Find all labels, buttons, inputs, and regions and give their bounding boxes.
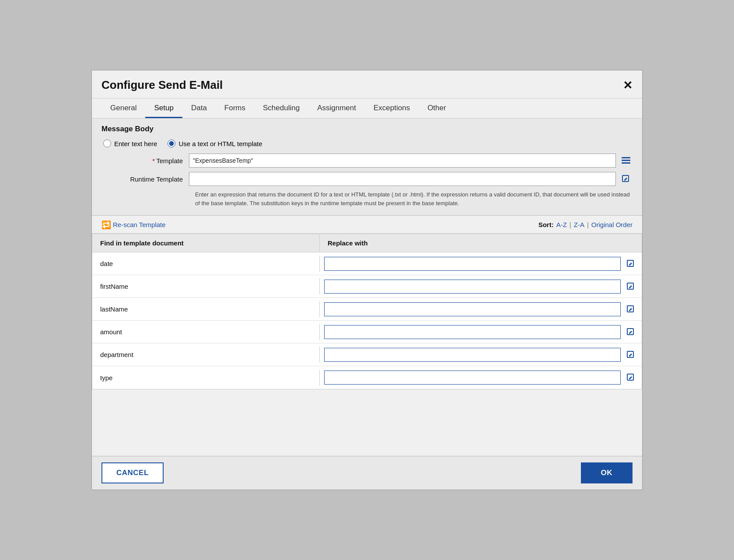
sort-label: Sort: <box>538 221 554 228</box>
radio-enter-text[interactable]: Enter text here <box>103 140 157 147</box>
find-cell-2: lastName <box>92 301 320 317</box>
find-cell-0: date <box>92 256 320 272</box>
table-row: amount <box>92 321 642 343</box>
required-star: * <box>152 157 155 164</box>
dialog-content: Message Body Enter text here Use a text … <box>92 119 642 456</box>
dialog-footer: CANCEL OK <box>92 456 642 490</box>
rescan-template-button[interactable]: 🔁 Re-scan Template <box>101 220 166 229</box>
table-row: firstName <box>92 275 642 298</box>
tab-bar: General Setup Data Forms Scheduling Assi… <box>92 98 642 119</box>
table-row: lastName <box>92 298 642 321</box>
rescan-icon: 🔁 <box>101 220 110 229</box>
svg-rect-0 <box>622 157 630 158</box>
replace-cell-0 <box>320 254 642 273</box>
replace-input-0[interactable] <box>324 257 621 271</box>
ok-button[interactable]: OK <box>581 462 633 483</box>
replace-cell-5 <box>320 368 642 387</box>
radio-use-template[interactable]: Use a text or HTML template <box>168 140 262 147</box>
tab-assignment[interactable]: Assignment <box>308 98 365 118</box>
replace-input-2[interactable] <box>324 302 621 316</box>
replace-input-5[interactable] <box>324 371 621 385</box>
template-list-button[interactable] <box>619 154 633 167</box>
replace-input-3[interactable] <box>324 325 621 339</box>
tab-forms[interactable]: Forms <box>216 98 254 118</box>
radio-enter-text-input[interactable] <box>103 140 111 147</box>
replace-edit-button-5[interactable] <box>624 371 637 384</box>
configure-send-email-dialog: Configure Send E-Mail ✕ General Setup Da… <box>91 70 643 490</box>
table-header: Find in template document Replace with <box>92 234 642 252</box>
runtime-template-edit-button[interactable] <box>619 172 633 186</box>
find-cell-3: amount <box>92 324 320 340</box>
tab-exceptions[interactable]: Exceptions <box>365 98 419 118</box>
find-cell-5: type <box>92 370 320 386</box>
close-button[interactable]: ✕ <box>623 80 633 91</box>
message-body-section: Message Body Enter text here Use a text … <box>92 119 642 216</box>
template-input[interactable] <box>189 154 616 168</box>
runtime-template-input[interactable] <box>189 172 616 186</box>
tab-scheduling[interactable]: Scheduling <box>254 98 308 118</box>
sort-sep-1: | <box>570 221 571 228</box>
table-row: department <box>92 343 642 366</box>
radio-use-template-label: Use a text or HTML template <box>178 140 262 147</box>
svg-rect-1 <box>622 160 630 161</box>
col-header-find: Find in template document <box>92 234 320 252</box>
tab-other[interactable]: Other <box>419 98 455 118</box>
dialog-header: Configure Send E-Mail ✕ <box>92 70 642 98</box>
rescan-label: Re-scan Template <box>113 221 166 228</box>
replace-edit-button-2[interactable] <box>624 303 637 316</box>
table-body: date firstName lastName <box>92 252 642 389</box>
cancel-button[interactable]: CANCEL <box>101 462 164 483</box>
sort-az-link[interactable]: A-Z <box>556 221 567 228</box>
find-cell-4: department <box>92 346 320 363</box>
runtime-template-label: Runtime Template <box>101 175 189 183</box>
radio-enter-text-label: Enter text here <box>114 140 157 147</box>
tab-general[interactable]: General <box>101 98 145 118</box>
sort-za-link[interactable]: Z-A <box>574 221 584 228</box>
replace-edit-button-0[interactable] <box>624 257 637 270</box>
substitution-table: Find in template document Replace with d… <box>92 234 642 389</box>
sort-original-link[interactable]: Original Order <box>591 221 633 228</box>
replace-cell-2 <box>320 300 642 319</box>
dialog-title: Configure Send E-Mail <box>101 78 223 92</box>
svg-rect-2 <box>622 162 630 164</box>
radio-group: Enter text here Use a text or HTML templ… <box>101 140 633 147</box>
replace-edit-button-4[interactable] <box>624 348 637 361</box>
table-row: date <box>92 252 642 275</box>
runtime-template-field-row: Runtime Template <box>101 172 633 186</box>
replace-input-1[interactable] <box>324 280 621 294</box>
sort-group: Sort: A-Z | Z-A | Original Order <box>538 221 633 228</box>
template-field-row: *Template <box>101 154 633 168</box>
replace-input-4[interactable] <box>324 348 621 362</box>
replace-cell-4 <box>320 345 642 364</box>
runtime-template-input-wrap <box>189 172 633 186</box>
template-input-wrap <box>189 154 633 168</box>
replace-cell-1 <box>320 277 642 296</box>
sort-sep-2: | <box>587 221 589 228</box>
find-cell-1: firstName <box>92 278 320 294</box>
hint-text: Enter an expression that returns the doc… <box>189 190 633 207</box>
tab-data[interactable]: Data <box>182 98 216 118</box>
radio-use-template-input[interactable] <box>168 140 175 147</box>
message-body-title: Message Body <box>101 125 633 133</box>
table-row: type <box>92 366 642 389</box>
template-label: *Template <box>101 157 189 164</box>
replace-edit-button-3[interactable] <box>624 326 637 339</box>
replace-cell-3 <box>320 322 642 342</box>
rescan-sort-bar: 🔁 Re-scan Template Sort: A-Z | Z-A | Ori… <box>92 216 642 234</box>
col-header-replace: Replace with <box>320 234 642 252</box>
tab-setup[interactable]: Setup <box>145 98 182 118</box>
replace-edit-button-1[interactable] <box>624 280 637 293</box>
